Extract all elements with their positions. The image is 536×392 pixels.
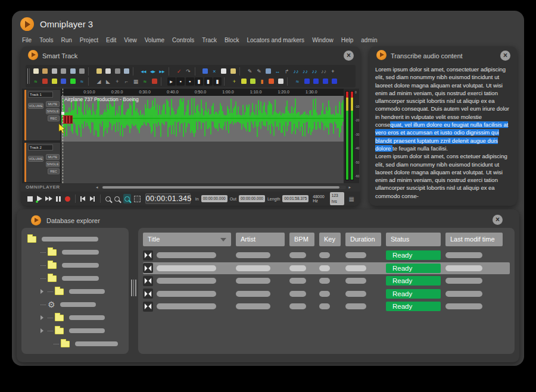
mixer-levels-icon[interactable]	[68, 77, 77, 86]
tree-item-5[interactable]	[21, 285, 129, 298]
menu-item-help[interactable]: Help	[341, 37, 354, 43]
transition-icon[interactable]	[143, 276, 153, 286]
record-button[interactable]	[64, 194, 70, 203]
column-header-last-modif-time[interactable]: Last modif time	[445, 233, 503, 246]
block-f-icon[interactable]: ▮	[213, 77, 222, 86]
transcribe-text[interactable]: Lorem ipsum dolor sit amet, consectetuer…	[375, 65, 511, 200]
edit-plus-icon[interactable]: ✎	[255, 67, 263, 76]
open-folder-icon[interactable]	[41, 67, 49, 76]
scroll-right-icon[interactable]: ▸	[348, 185, 351, 190]
comment-icon[interactable]	[264, 67, 273, 76]
volume-button[interactable]: VOLUME	[28, 156, 43, 162]
route-icon[interactable]: ↱	[283, 67, 291, 76]
column-header-artist[interactable]: Artist	[236, 233, 285, 246]
new-document-icon[interactable]	[32, 67, 40, 76]
splitter-grip[interactable]	[131, 280, 136, 296]
transition-icon[interactable]	[143, 250, 153, 261]
tree-item-8[interactable]	[21, 324, 129, 337]
play-button[interactable]	[36, 194, 42, 203]
copy-icon[interactable]	[220, 67, 228, 76]
menu-item-run[interactable]: Run	[61, 37, 71, 43]
column-header-status[interactable]: Status	[386, 233, 441, 246]
duplicate-file-icon[interactable]	[104, 67, 113, 76]
zoom-selection-icon[interactable]	[123, 194, 132, 203]
menu-item-locators-and-markers[interactable]: Locators and markers	[247, 37, 304, 43]
transition-icon[interactable]	[143, 302, 153, 312]
go-to-start-button[interactable]	[80, 194, 86, 203]
redo-icon[interactable]: ↷	[184, 67, 192, 76]
menu-item-track[interactable]: Track	[202, 37, 217, 43]
notes-marked-icon[interactable]: ♪♪	[292, 67, 300, 76]
menu-item-tools[interactable]: Tools	[39, 37, 53, 43]
menu-item-project[interactable]: Project	[80, 37, 98, 43]
hot-marker-icon[interactable]	[267, 77, 276, 86]
in-field[interactable]: 00:00:00.000	[201, 195, 228, 202]
keyboard-icon[interactable]: ▦	[349, 196, 354, 202]
tree-item-3[interactable]	[21, 259, 129, 272]
menu-item-block[interactable]: Block	[225, 37, 239, 43]
block-forward-icon[interactable]: ▸▸	[158, 67, 166, 76]
tree-item-9[interactable]	[21, 337, 129, 350]
save-as-icon[interactable]	[68, 67, 77, 76]
sort-dropdown-icon[interactable]	[220, 238, 226, 244]
block-c-icon[interactable]: ▪	[186, 77, 194, 86]
wave-link-icon[interactable]: ≈	[294, 77, 302, 86]
column-header-key[interactable]: Key	[319, 233, 341, 246]
fade-in-icon[interactable]: ◢	[95, 77, 103, 86]
anchor-icon[interactable]: +	[113, 77, 121, 86]
menu-item-view[interactable]: View	[124, 37, 137, 43]
track-head-1[interactable]: Track 1VOLUMEMUTESINGLEREC	[24, 90, 60, 140]
tree-item-1[interactable]	[21, 233, 129, 246]
cut-icon[interactable]: ×	[210, 67, 219, 76]
menu-item-edit[interactable]: Edit	[106, 37, 116, 43]
waveform-area[interactable]: Airplane 737 Production - Boeing	[61, 96, 344, 142]
zoom-marquee-icon[interactable]	[133, 194, 140, 203]
single-button[interactable]: SINGLE	[46, 108, 60, 114]
expand-arrow-icon[interactable]	[40, 315, 46, 320]
export-audio-icon[interactable]	[78, 67, 86, 76]
smart-track-close-icon[interactable]: ×	[344, 51, 354, 61]
expand-arrow-icon[interactable]	[40, 328, 46, 333]
timeline-ruler[interactable]: 0:10.00:20.00:30.00:40.00:50.01:00.01:10…	[61, 89, 344, 96]
transcribe-close-icon[interactable]: ×	[500, 51, 510, 61]
open-recent-icon[interactable]	[50, 67, 58, 76]
column-header-title[interactable]: Title	[143, 233, 231, 246]
tree-item-6[interactable]: ⚙	[21, 298, 129, 311]
tree-item-2[interactable]	[21, 246, 129, 259]
flag-lime-icon[interactable]	[249, 77, 257, 86]
jump-4-icon[interactable]	[331, 77, 339, 86]
scroll-left-icon[interactable]: ◂	[96, 185, 98, 190]
archive-icon[interactable]	[123, 67, 131, 76]
database-close-icon[interactable]: ×	[493, 215, 503, 225]
stop-button[interactable]	[27, 194, 33, 203]
fade-out-icon[interactable]: ◣	[104, 77, 113, 86]
track-head-2[interactable]: Track 2VOLUMEMUTESINGLEREC	[24, 143, 60, 182]
toolbar-grip[interactable]	[27, 68, 30, 84]
import-file-icon[interactable]	[95, 67, 103, 76]
table-row[interactable]: Ready	[143, 275, 510, 287]
jump-1-icon[interactable]	[303, 77, 311, 86]
spring-icon[interactable]: ≈	[78, 77, 86, 86]
span-icon[interactable]: ⌐	[123, 77, 131, 86]
notes-loop-icon[interactable]: ♪♪	[301, 67, 310, 76]
jump-2-icon[interactable]	[312, 77, 320, 86]
menu-item-file[interactable]: File	[22, 37, 32, 43]
track2-lane[interactable]	[61, 142, 344, 183]
add-track-icon[interactable]: +	[329, 67, 337, 76]
block-a-icon[interactable]: ▸	[167, 77, 176, 86]
waveform-small-icon[interactable]: ≈	[141, 77, 149, 86]
block-play-icon[interactable]: ◂▸	[149, 67, 157, 76]
rec-button[interactable]: REC	[48, 115, 60, 121]
fast-forward-button[interactable]	[45, 194, 52, 203]
column-header-bpm[interactable]: BPM	[289, 233, 314, 246]
selected-clip-region[interactable]	[63, 115, 73, 124]
edit-icon[interactable]: ✎	[246, 67, 254, 76]
marker-yellow-icon[interactable]	[50, 77, 58, 86]
table-row[interactable]: Ready	[143, 262, 510, 274]
paste-icon[interactable]	[229, 67, 237, 76]
table-row[interactable]: Ready	[143, 300, 510, 312]
transition-icon[interactable]	[143, 288, 153, 299]
notes-mute-icon[interactable]: ♪♪	[320, 67, 328, 76]
select-all-icon[interactable]	[201, 67, 210, 76]
block-b-icon[interactable]: ▪	[176, 77, 185, 86]
